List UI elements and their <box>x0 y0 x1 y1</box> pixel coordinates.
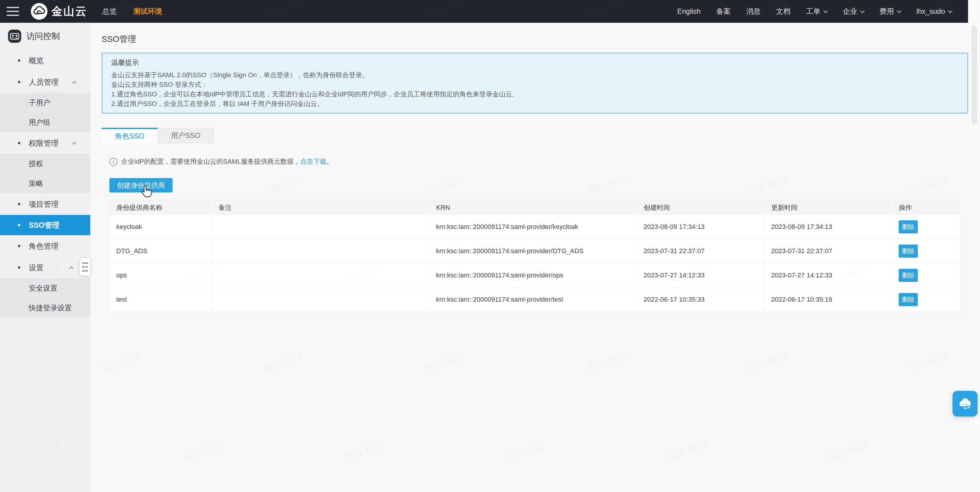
cell-idp-name: test <box>110 288 212 312</box>
sidebar-item-label: 权限管理 <box>29 138 59 148</box>
chevron-down-icon <box>860 9 865 13</box>
customer-service-button[interactable] <box>953 391 978 417</box>
scrollbar-thumb[interactable] <box>971 25 977 124</box>
sidebar-item-user-group[interactable]: 用户组 <box>0 112 90 132</box>
cell-krn: krn:ksc:iam::2000091174:saml-provider/ke… <box>429 215 637 239</box>
create-idp-button[interactable]: 创建身份提供商 <box>110 178 172 192</box>
menu-hamburger-icon[interactable] <box>6 7 19 16</box>
sidebar: 访问控制 概览 人员管理 子用户 用户组 权限管理 授权 策略 项目管理 SSO… <box>0 23 90 492</box>
sidebar-item-sub-user[interactable]: 子用户 <box>0 93 90 112</box>
cell-idp-name: ops <box>110 264 212 288</box>
sidebar-item-security-settings[interactable]: 安全设置 <box>0 278 90 298</box>
table-row: DTG_ADS krn:ksc:iam::2000091174:saml-pro… <box>110 239 960 264</box>
nav-english[interactable]: English <box>677 7 701 16</box>
cell-created: 2023-07-27 14:12:33 <box>637 264 764 288</box>
nav-user-dropdown[interactable]: lhx_sudo <box>916 7 952 16</box>
cell-idp-name: DTG_ADS <box>110 239 212 264</box>
chevron-up-icon <box>72 142 77 147</box>
cloud-logo-icon <box>30 3 48 20</box>
cell-updated: 2022-06-17 10:35:19 <box>764 288 892 312</box>
nav-enterprise-dropdown[interactable]: 企业 <box>843 6 864 16</box>
chevron-up-icon <box>72 81 77 86</box>
nav-beian[interactable]: 备案 <box>716 6 731 16</box>
sidebar-item-label: 授权 <box>29 159 43 168</box>
cell-note <box>212 239 429 264</box>
table-header-row: 身份提供商名称 备注 KRN 创建时间 更新时间 操作 <box>110 201 960 215</box>
bullet-icon <box>18 245 20 247</box>
bullet-icon <box>18 142 20 144</box>
sidebar-item-authorize[interactable]: 授权 <box>0 154 90 174</box>
sidebar-item-policy[interactable]: 策略 <box>0 174 90 193</box>
sidebar-item-project[interactable]: 项目管理 <box>0 193 90 215</box>
col-note: 备注 <box>212 201 429 215</box>
cell-krn: krn:ksc:iam::2000091174:saml-provider/te… <box>429 288 637 312</box>
notice-line: 金山云支持两种 SSO 登录方式： <box>111 80 958 89</box>
top-navbar: 金山云 总览 测试环境 English 备案 消息 文档 工单 企业 费用 lh… <box>0 0 968 23</box>
cell-created: 2023-07-31 22:37:07 <box>637 239 764 264</box>
sidebar-title: 访问控制 <box>26 30 60 42</box>
sidebar-item-label: 用户组 <box>29 118 50 127</box>
col-idp-name: 身份提供商名称 <box>110 201 212 215</box>
delete-button[interactable]: 删除 <box>899 220 918 233</box>
customer-service-cloud-icon <box>957 395 974 412</box>
sidebar-item-role[interactable]: 角色管理 <box>0 235 90 257</box>
access-control-icon <box>8 29 22 43</box>
nav-docs[interactable]: 文档 <box>776 6 791 16</box>
col-updated: 更新时间 <box>764 201 892 215</box>
main-content: SSO管理 温馨提示 金山云支持基于SAML 2.0的SSO（Single Si… <box>90 23 968 492</box>
nav-messages[interactable]: 消息 <box>746 6 760 16</box>
table-row: ops krn:ksc:iam::2000091174:saml-provide… <box>110 264 960 288</box>
sidebar-item-personnel[interactable]: 人员管理 <box>0 71 90 93</box>
page-title: SSO管理 <box>102 34 968 45</box>
tab-role-sso[interactable]: 角色SSO <box>102 128 158 143</box>
cell-note <box>212 264 429 288</box>
nav-tickets-dropdown[interactable]: 工单 <box>806 6 827 16</box>
sso-tabs: 角色SSO 用户SSO <box>102 128 968 143</box>
delete-button[interactable]: 删除 <box>899 269 918 282</box>
sidebar-item-label: SSO管理 <box>29 220 59 230</box>
sidebar-item-permission[interactable]: 权限管理 <box>0 132 90 154</box>
table-row: keycloak krn:ksc:iam::2000091174:saml-pr… <box>110 215 960 239</box>
bullet-icon <box>18 224 20 226</box>
sidebar-collapse-button[interactable] <box>80 258 90 276</box>
chevron-down-icon <box>823 9 828 13</box>
cell-created: 2023-08-09 17:34:13 <box>637 215 764 239</box>
nav-billing-dropdown[interactable]: 费用 <box>880 6 901 16</box>
tab-user-sso[interactable]: 用户SSO <box>158 128 214 143</box>
notice-box: 温馨提示 金山云支持基于SAML 2.0的SSO（Single Sign On，… <box>102 53 968 113</box>
page-scrollbar[interactable] <box>968 0 980 492</box>
chevron-down-icon <box>897 9 902 13</box>
nav-overview[interactable]: 总览 <box>102 6 116 16</box>
cell-note <box>212 288 429 312</box>
table-row: test krn:ksc:iam::2000091174:saml-provid… <box>110 288 960 312</box>
notice-title: 温馨提示 <box>111 58 958 67</box>
nav-username: lhx_sudo <box>916 7 945 15</box>
sidebar-item-sso-management[interactable]: SSO管理 <box>0 215 90 235</box>
brand-name: 金山云 <box>51 4 87 19</box>
nav-billing-label: 费用 <box>880 7 894 15</box>
cell-updated: 2023-07-27 14:12:33 <box>764 264 892 288</box>
idp-info-suffix: 。 <box>326 157 333 166</box>
nav-test-environment[interactable]: 测试环境 <box>133 6 162 16</box>
delete-button[interactable]: 删除 <box>899 293 918 306</box>
sidebar-item-overview[interactable]: 概览 <box>0 50 90 71</box>
idp-info-text: 企业IdP的配置，需要使用金山云的SAML服务提供商元数据， <box>121 157 300 166</box>
col-actions: 操作 <box>892 201 960 215</box>
sidebar-item-settings[interactable]: 设置 <box>0 257 90 278</box>
cell-created: 2022-06-17 10:35:33 <box>637 288 764 312</box>
notice-line: 1.通过角色SSO，企业可以在本地IdP中管理员工信息，无需进行金山云和企业Id… <box>111 89 958 99</box>
col-krn: KRN <box>429 201 637 215</box>
sidebar-item-quick-login[interactable]: 快捷登录设置 <box>0 298 90 318</box>
cell-idp-name: keycloak <box>110 215 212 239</box>
download-metadata-link[interactable]: 点击下载 <box>300 157 326 166</box>
cell-krn: krn:ksc:iam::2000091174:saml-provider/DT… <box>429 239 637 264</box>
bullet-icon <box>18 266 20 269</box>
delete-button[interactable]: 删除 <box>899 244 918 258</box>
notice-line: 金山云支持基于SAML 2.0的SSO（Single Sign On，单点登录）… <box>111 70 958 80</box>
brand-logo[interactable]: 金山云 <box>30 3 87 20</box>
bullet-icon <box>18 59 20 62</box>
bullet-icon <box>18 203 20 205</box>
col-created: 创建时间 <box>637 201 764 215</box>
cell-note <box>212 215 429 239</box>
nav-enterprise-label: 企业 <box>843 7 857 15</box>
